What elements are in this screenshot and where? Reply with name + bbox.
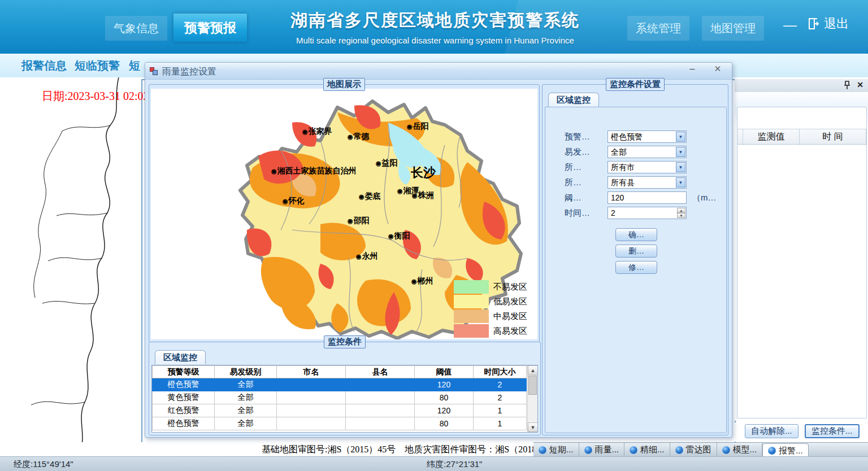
chevron-down-icon[interactable]: ▼	[676, 177, 685, 187]
pin-icon[interactable]	[843, 81, 851, 90]
bg-table-header: 监测值	[743, 129, 800, 145]
table-cell	[346, 417, 415, 430]
table-cell: 1	[474, 417, 527, 430]
table-cell: 全部	[215, 391, 277, 404]
legend-label: 中易发区	[493, 311, 527, 322]
hunan-susceptibility-map[interactable]: ◉张家界◉常德◉岳阳◉益阳◉湘西土家族苗族自治州长沙◉娄底◉湘潭◉株洲◉怀化◉邵…	[151, 89, 537, 339]
city-marker-icon: ◉	[348, 133, 353, 140]
sub-tab-2[interactable]: 短	[129, 58, 140, 73]
table-row[interactable]: 红色预警全部1201	[153, 404, 527, 417]
sub-tab-0[interactable]: 报警信息	[21, 58, 67, 73]
field-select[interactable]: 全部▼	[607, 146, 687, 158]
field-label: 所…	[565, 177, 581, 188]
field-select[interactable]: 橙色预警▼	[607, 130, 687, 143]
scroll-thumb[interactable]	[528, 376, 537, 395]
city-label-衡阳: ◉衡阳	[388, 231, 410, 241]
spinner-up-icon[interactable]: ▲	[677, 208, 685, 213]
taskbar-tab-label: 模型...	[733, 444, 757, 455]
city-name: 长沙	[411, 165, 436, 180]
scroll-down-icon[interactable]: ▼	[528, 422, 538, 432]
taskbar-tab-4[interactable]: 模型...	[717, 443, 763, 457]
dialog-minimize-button[interactable]: –	[685, 64, 700, 77]
city-label-张家界: ◉张家界	[302, 127, 332, 137]
field-select[interactable]: 所有县▼	[607, 176, 687, 189]
table-cell: 2	[474, 391, 527, 404]
exit-icon	[807, 18, 819, 30]
field-input[interactable]: 2▲▼	[607, 207, 687, 219]
dialog-titlebar[interactable]: 雨量监控设置 – ✕	[145, 63, 732, 80]
table-cell	[346, 404, 415, 417]
taskbar-tab-2[interactable]: 精细...	[624, 443, 670, 457]
bg-panel-button-1[interactable]: 监控条件...	[805, 424, 860, 438]
table-cell: 1	[474, 404, 527, 417]
settings-field-row: 阈…120（m…	[545, 191, 726, 204]
globe-icon	[675, 446, 683, 454]
city-name: 娄底	[365, 191, 381, 200]
bg-panel-button-0[interactable]: 自动解除...	[745, 424, 798, 438]
minimize-button[interactable]: —	[783, 17, 798, 32]
table-cell: 红色预警	[153, 404, 215, 417]
taskbar-tab-label: 报警...	[779, 446, 803, 456]
taskbar-tab-0[interactable]: 短期...	[533, 443, 579, 457]
taskbar: 短期...雨量...精细...雷达图模型...报警...	[533, 442, 868, 456]
globe-icon	[584, 446, 592, 454]
taskbar-tab-5[interactable]: 报警...	[762, 443, 809, 457]
spinner-down-icon[interactable]: ▼	[677, 213, 685, 218]
globe-icon	[768, 447, 776, 455]
chevron-down-icon[interactable]: ▼	[676, 162, 685, 172]
spinner-buttons[interactable]: ▲▼	[677, 208, 685, 218]
settings-button-0[interactable]: 确…	[615, 228, 657, 241]
taskbar-tab-1[interactable]: 雨量...	[579, 443, 625, 457]
table-cell	[277, 391, 346, 404]
taskbar-tab-label: 短期...	[549, 444, 574, 455]
monitor-conditions-table[interactable]: 预警等级易发级别市名县名阈值时间大小 橙色预警全部1202黄色预警全部802红色…	[152, 365, 527, 430]
right-panel-body: 监测值时 间	[735, 92, 868, 421]
table-header-cell: 预警等级	[153, 366, 215, 378]
dialog-close-button[interactable]: ✕	[710, 64, 725, 77]
taskbar-tab-3[interactable]: 雷达图	[670, 443, 717, 457]
bottom-strip: 基础地图审图号:湘S（2015）45号 地质灾害图件审图号：湘S（2018）04…	[0, 442, 868, 456]
city-label-郴州: ◉郴州	[411, 276, 433, 286]
exit-button[interactable]: 退出	[807, 15, 849, 32]
settings-field-row: 所…所有市▼	[545, 161, 726, 173]
table-header-cell: 易发级别	[215, 366, 277, 378]
nav-button-1[interactable]: 预警预报	[173, 14, 247, 42]
city-marker-icon: ◉	[388, 233, 394, 239]
legend-label: 不易发区	[493, 282, 527, 293]
latitude-readout: 纬度:27°21'31"	[427, 459, 482, 470]
table-row[interactable]: 橙色预警全部801	[153, 417, 527, 430]
field-value: 2	[611, 208, 615, 217]
nav-button-right-1[interactable]: 地图管理	[702, 16, 764, 41]
field-select[interactable]: 所有市▼	[607, 161, 687, 173]
city-label-湘西土家族苗族自治州: ◉湘西土家族苗族自治州	[271, 166, 357, 176]
sub-tab-1[interactable]: 短临预警	[75, 58, 120, 73]
field-input[interactable]: 120	[607, 191, 687, 204]
table-scrollbar[interactable]: ▲ ▼	[527, 365, 537, 432]
chevron-down-icon[interactable]: ▼	[676, 147, 685, 157]
right-panel-titlebar: ✕	[735, 79, 868, 92]
nav-button-right-0[interactable]: 系统管理	[627, 16, 689, 41]
table-cell	[346, 391, 415, 404]
app-title-block: 湖南省多尺度区域地质灾害预警系统 Multi scale regional ge…	[257, 9, 613, 45]
table-row[interactable]: 黄色预警全部802	[153, 391, 527, 404]
map-group-title: 地图展示	[323, 78, 365, 91]
field-label: 易发…	[565, 147, 590, 158]
monitor-table-wrap: 预警等级易发级别市名县名阈值时间大小 橙色预警全部1202黄色预警全部802红色…	[151, 365, 538, 433]
field-value: 全部	[611, 147, 627, 158]
tab-region-monitor-settings[interactable]: 区域监控	[548, 93, 599, 107]
scroll-up-icon[interactable]: ▲	[528, 365, 538, 375]
table-cell: 橙色预警	[153, 417, 215, 430]
chevron-down-icon[interactable]: ▼	[676, 132, 685, 142]
settings-button-1[interactable]: 删…	[615, 245, 657, 258]
table-row[interactable]: 橙色预警全部1202	[153, 378, 527, 391]
table-cell: 80	[415, 417, 474, 430]
table-cell	[277, 404, 346, 417]
city-marker-icon: ◉	[412, 192, 418, 199]
right-panel-close-icon[interactable]: ✕	[857, 80, 863, 89]
nav-button-0[interactable]: 气象信息	[105, 16, 167, 41]
tab-region-monitor-bottom[interactable]: 区域监控	[155, 350, 206, 364]
app-title: 湖南省多尺度区域地质灾害预警系统	[257, 9, 613, 32]
settings-button-2[interactable]: 修…	[615, 261, 657, 274]
left-boundary-map	[0, 77, 145, 456]
field-label: 阈…	[565, 193, 581, 203]
